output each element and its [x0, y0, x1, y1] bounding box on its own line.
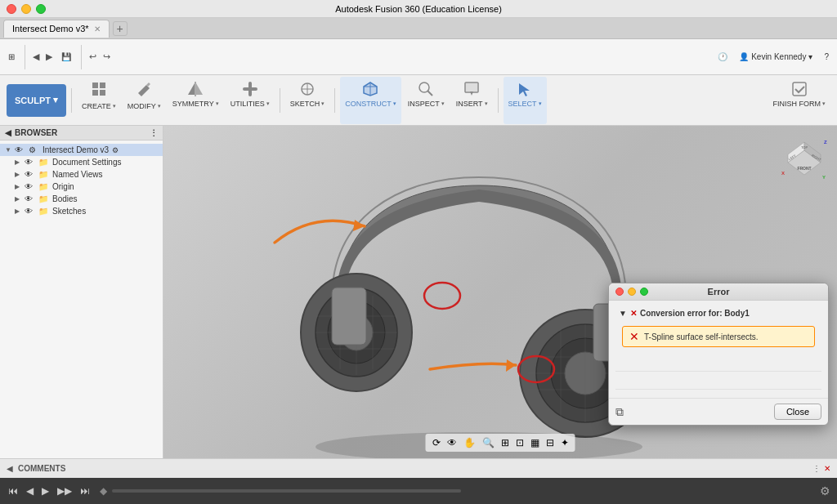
- viewcube[interactable]: FRONT LEFT RIGHT TOP X Y Z: [780, 134, 829, 183]
- svg-point-33: [424, 283, 460, 309]
- tree-item-expand3: ▶: [15, 183, 25, 190]
- help-button[interactable]: ?: [819, 50, 834, 64]
- ribbon-utilities[interactable]: UTILITIES▾: [226, 77, 275, 124]
- error-expand-icon[interactable]: ▼: [619, 309, 627, 318]
- select-icon: [516, 80, 534, 100]
- sculpt-button[interactable]: SCULPT ▾: [7, 84, 66, 117]
- save-icon: 💾: [61, 52, 71, 61]
- history-button[interactable]: 🕐: [713, 50, 732, 64]
- svg-rect-21: [793, 83, 806, 96]
- nav-tools-bar: ⟳ 👁 ✋ 🔍 ⊞ ⊡ ▦ ⊟ ✦: [426, 434, 575, 452]
- timeline-first-button[interactable]: ⏮: [7, 484, 20, 498]
- tab-close-icon[interactable]: ✕: [94, 25, 101, 33]
- browser-options-icon[interactable]: ⋮: [150, 128, 158, 137]
- redo-button[interactable]: ↪: [101, 50, 113, 64]
- ribbon-modify[interactable]: MODIFY▾: [123, 77, 166, 124]
- grid-menu-button[interactable]: ⊞: [3, 50, 20, 64]
- effects-tool[interactable]: ✦: [559, 435, 571, 450]
- minimize-button[interactable]: [21, 4, 31, 14]
- back-nav-button[interactable]: ◀: [30, 50, 42, 64]
- dialog-close-button[interactable]: [615, 288, 624, 296]
- sculpt-dropdown-icon: ▾: [53, 95, 58, 105]
- user-dropdown-icon: ▾: [808, 52, 812, 61]
- sep1: [25, 45, 25, 69]
- view-options-tool[interactable]: ▦: [529, 435, 541, 450]
- tree-sketches-label: Sketches: [52, 207, 86, 216]
- new-tab-button[interactable]: +: [113, 21, 128, 36]
- browser-collapse-icon[interactable]: ◀: [5, 128, 11, 137]
- empty-row1: [615, 355, 821, 372]
- folder-icon5: 📁: [38, 207, 50, 216]
- ribbon-select[interactable]: SELECT▾: [504, 77, 547, 124]
- error-dialog: Error ▼ ✕ Conversion error for: Body1 ✕ …: [608, 283, 829, 426]
- svg-rect-30: [332, 288, 366, 345]
- tree-item-origin[interactable]: ▶ 👁 📁 Origin: [0, 181, 163, 193]
- copy-icon-button[interactable]: ⧉: [615, 405, 624, 419]
- pan-tool[interactable]: ✋: [462, 435, 477, 450]
- timeline-track[interactable]: [112, 489, 461, 493]
- timeline-last-button[interactable]: ⏭: [78, 484, 92, 498]
- zoom-extent-tool[interactable]: ⊡: [514, 435, 526, 450]
- display-options-tool[interactable]: ⊟: [544, 435, 556, 450]
- browser-header: ◀ BROWSER ⋮: [0, 126, 163, 140]
- tab-label: Intersect Demo v3*: [12, 24, 89, 33]
- eye-icon2: 👁: [25, 158, 36, 167]
- svg-rect-18: [466, 83, 477, 91]
- ribbon-inspect[interactable]: INSPECT▾: [403, 77, 450, 124]
- undo-button[interactable]: ↩: [87, 50, 99, 64]
- timeline-play-button[interactable]: ▶: [40, 484, 51, 498]
- user-label: Kevin Kennedy: [751, 52, 806, 61]
- close-dialog-button[interactable]: Close: [774, 404, 821, 420]
- zoom-tool[interactable]: 🔍: [481, 435, 496, 450]
- error-conversion-label: Conversion error for: Body1: [640, 309, 750, 318]
- construct-label: CONSTRUCT: [345, 100, 392, 108]
- close-status-icon[interactable]: ✕: [824, 464, 830, 473]
- user-menu-button[interactable]: 👤 Kevin Kennedy ▾: [734, 50, 817, 64]
- timeline-next-button[interactable]: ▶▶: [56, 484, 74, 498]
- dialog-minimize-button[interactable]: [628, 288, 636, 296]
- sep2: [81, 45, 82, 69]
- timeline-settings-icon[interactable]: ⚙: [820, 484, 830, 497]
- dialog-maximize-button[interactable]: [640, 288, 648, 296]
- ribbon-sketch[interactable]: SKETCH▾: [285, 77, 330, 124]
- tree-item-root[interactable]: ▼ 👁 ⚙ Intersect Demo v3 ⚙: [0, 144, 163, 156]
- eye-icon: 👁: [15, 145, 26, 154]
- error-conversion-row: ▼ ✕ Conversion error for: Body1: [615, 307, 821, 319]
- close-button[interactable]: [7, 4, 16, 14]
- finish-form-icon: [790, 80, 808, 100]
- svg-text:TOP: TOP: [801, 145, 808, 149]
- comments-options-icon[interactable]: ⋮: [812, 464, 821, 473]
- viewport[interactable]: FRONT LEFT RIGHT TOP X Y Z: [163, 126, 837, 458]
- ribbon-create[interactable]: CREATE▾: [77, 77, 121, 124]
- error-x-icon: ✕: [629, 330, 639, 343]
- ribbon-symmetry[interactable]: SYMMETRY▾: [168, 77, 224, 124]
- maximize-button[interactable]: [36, 4, 46, 14]
- ribbon-construct[interactable]: CONSTRUCT▾: [340, 77, 401, 124]
- ribbon-finish-form[interactable]: FINISH FORM▾: [768, 77, 831, 124]
- folder-icon1: 📁: [38, 158, 50, 167]
- create-icon: [90, 80, 108, 102]
- browser-title: BROWSER: [15, 128, 57, 137]
- forward-nav-button[interactable]: ▶: [43, 50, 55, 64]
- folder-icon2: 📁: [38, 170, 50, 179]
- svg-text:Z: Z: [824, 140, 827, 145]
- orbit-tool[interactable]: ⟳: [431, 435, 442, 450]
- tree-item-doc-settings[interactable]: ▶ 👁 📁 Document Settings: [0, 156, 163, 168]
- tree-item-expand2: ▶: [15, 171, 25, 178]
- active-tab[interactable]: Intersect Demo v3* ✕: [3, 20, 110, 38]
- fit-tool[interactable]: ⊞: [499, 435, 511, 450]
- svg-rect-2: [92, 90, 98, 96]
- look-tool[interactable]: 👁: [445, 435, 459, 450]
- tree-root-config-icon[interactable]: ⚙: [112, 146, 119, 154]
- save-button[interactable]: 💾: [56, 50, 76, 64]
- expand-icon[interactable]: ◀: [7, 464, 13, 473]
- tree-item-bodies[interactable]: ▶ 👁 📁 Bodies: [0, 193, 163, 205]
- svg-text:FRONT: FRONT: [797, 166, 811, 171]
- svg-rect-0: [92, 83, 98, 88]
- svg-line-16: [427, 91, 432, 96]
- tree-item-named-views[interactable]: ▶ 👁 📁 Named Views: [0, 168, 163, 181]
- tabbar: Intersect Demo v3* ✕ +: [0, 18, 837, 39]
- timeline-prev-button[interactable]: ◀: [25, 484, 35, 498]
- ribbon-insert[interactable]: INSERT▾: [451, 77, 493, 124]
- tree-item-sketches[interactable]: ▶ 👁 📁 Sketches: [0, 205, 163, 217]
